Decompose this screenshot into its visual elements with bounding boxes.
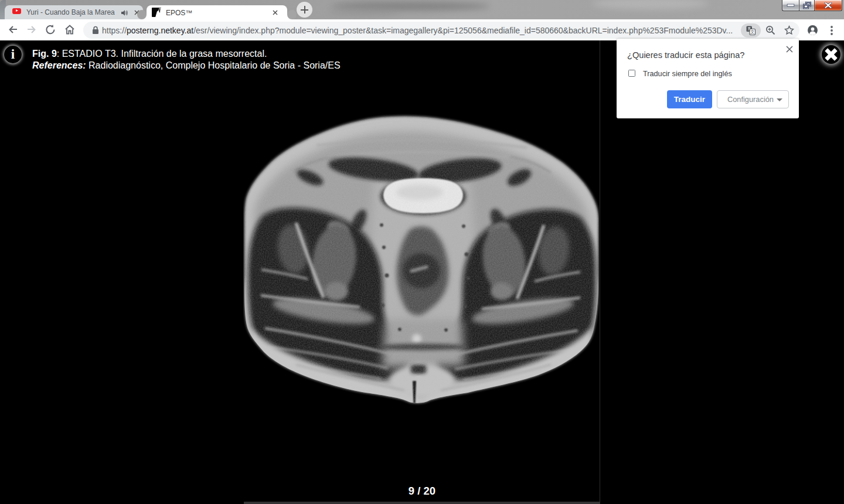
svg-text:文: 文 bbox=[750, 29, 755, 35]
